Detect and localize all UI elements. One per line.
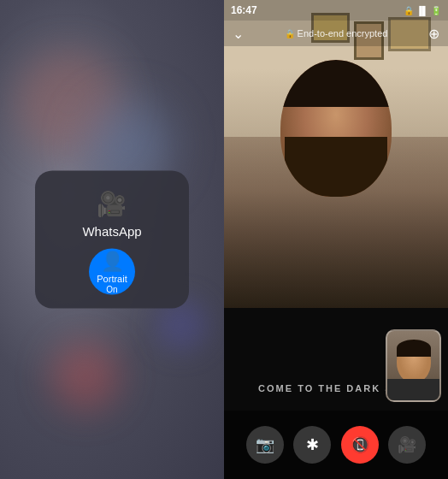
face-area bbox=[280, 60, 392, 197]
encrypted-text: End-to-end encrypted bbox=[298, 28, 388, 38]
hair bbox=[280, 60, 392, 107]
call-header: ⌄ 🔒 End-to-end encrypted ⊕ bbox=[224, 21, 448, 46]
video-camera-icon: 🎥 bbox=[97, 189, 127, 217]
camera-icon: 📷 bbox=[256, 435, 274, 454]
add-participant-icon[interactable]: ⊕ bbox=[428, 26, 439, 42]
portrait-icon: 👤 bbox=[101, 250, 124, 272]
wifi-icon: 🔋 bbox=[431, 6, 441, 15]
portrait-toggle-button[interactable]: 👤 Portrait On bbox=[89, 249, 135, 295]
bluetooth-icon: ✱ bbox=[306, 435, 319, 454]
video-icon: 🎥 bbox=[398, 435, 416, 454]
chevron-down-icon[interactable]: ⌄ bbox=[233, 26, 244, 42]
self-view-hair bbox=[397, 340, 431, 357]
self-view-thumbnail bbox=[386, 329, 441, 402]
status-time: 16:47 bbox=[231, 4, 257, 16]
call-controls-bar: 📷 ✱ 📵 🎥 bbox=[224, 411, 448, 479]
signal-icon: ▐▌ bbox=[416, 6, 428, 15]
portrait-label: Portrait bbox=[97, 273, 127, 283]
left-panel: 🎥 WhatsApp 👤 Portrait On bbox=[0, 0, 224, 479]
encrypted-label: 🔒 End-to-end encrypted bbox=[285, 28, 388, 38]
whatsapp-popup-card: 🎥 WhatsApp 👤 Portrait On bbox=[35, 171, 189, 309]
status-icons: 🔒 ▐▌ 🔋 bbox=[404, 6, 441, 15]
video-button[interactable]: 🎥 bbox=[388, 426, 426, 464]
portrait-status: On bbox=[106, 284, 117, 293]
phone-end-icon: 📵 bbox=[351, 435, 369, 454]
self-view-face bbox=[397, 340, 431, 382]
bg-blob-3 bbox=[51, 342, 120, 411]
right-panel: COME TO THE DARK SIDE 16:47 🔒 ▐▌ 🔋 ⌄ 🔒 E… bbox=[224, 0, 448, 479]
lock-icon: 🔒 bbox=[285, 29, 295, 38]
bluetooth-button[interactable]: ✱ bbox=[293, 426, 331, 464]
end-call-button[interactable]: 📵 bbox=[341, 426, 379, 464]
app-row: 🎥 WhatsApp bbox=[82, 188, 141, 239]
app-name-label: WhatsApp bbox=[82, 224, 141, 239]
camera-button[interactable]: 📷 bbox=[246, 426, 284, 464]
status-bar: 16:47 🔒 ▐▌ 🔋 bbox=[224, 0, 448, 21]
beard bbox=[285, 137, 387, 197]
lock-status-icon: 🔒 bbox=[404, 6, 414, 15]
self-view-body bbox=[387, 379, 439, 400]
video-camera-icon-box: 🎥 bbox=[91, 188, 133, 219]
